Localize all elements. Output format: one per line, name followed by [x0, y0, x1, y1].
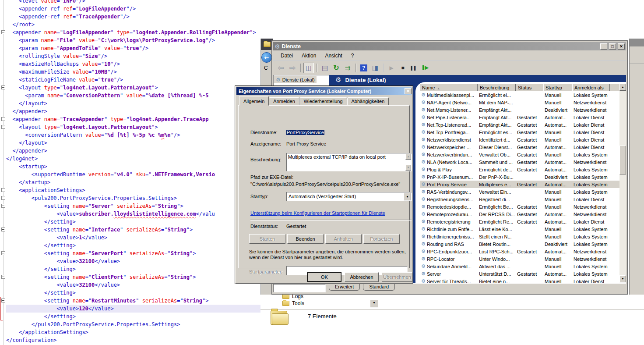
code-line[interactable]: <rollingStyle value="Size"/>	[6, 52, 260, 60]
code-line[interactable]: <maximumFileSize value="10MB"/>	[6, 68, 260, 76]
table-row[interactable]: ⚙Remotedesktopdie...Ermöglicht Be...Gest…	[420, 203, 622, 210]
code-line[interactable]: </setting>	[6, 313, 260, 320]
ok-button[interactable]: OK	[307, 272, 341, 282]
fold-marker-icon[interactable]	[1, 117, 5, 121]
table-row[interactable]: ⚙PnP-X-IP-Busenum...Der PnP-X-Bu...Deakt…	[420, 173, 622, 181]
code-line[interactable]: <appender name="LogFileAppender" type="l…	[6, 28, 260, 36]
dropdown-button[interactable]	[370, 299, 378, 307]
table-row[interactable]: ⚙Net.Msmq-Listener...Empfängt Akt...Deak…	[420, 106, 622, 114]
dienstname-value[interactable]: PortProxyService	[286, 130, 324, 135]
dialog-titlebar[interactable]: Eigenschaften von Port Proxy Service (Lo…	[236, 87, 412, 95]
vertical-scrollbar[interactable]	[619, 84, 626, 282]
code-line[interactable]: <startup>	[6, 163, 260, 171]
services-titlebar[interactable]: ⚙ Dienste	[273, 42, 626, 50]
table-row[interactable]: ⚙Net.Tcp-Portfreiga...Ermöglicht es...Ge…	[420, 128, 622, 136]
table-row[interactable]: ⚙NLA (Network Loca...Sammelt und ...Gest…	[420, 158, 622, 166]
code-line[interactable]: </puls200.PortProxyService.Properties.Se…	[6, 320, 260, 328]
help-button[interactable]: ?	[359, 63, 369, 73]
maximize-button[interactable]	[609, 43, 616, 50]
scroll-up-button[interactable]	[619, 84, 626, 91]
code-area[interactable]: <level value="INFO"/> <appender-ref ref=…	[6, 0, 260, 344]
table-row[interactable]: ⚙Netzwerkverbindun...Verwaltet Ob...Gest…	[420, 151, 622, 158]
code-line[interactable]: </setting>	[6, 265, 260, 273]
code-line[interactable]: <value>32100</value>	[6, 281, 260, 289]
code-line[interactable]: <supportedRuntime version="v4.0" sku=".N…	[6, 171, 260, 178]
code-line[interactable]: <setting name="Server" serializeAs="Stri…	[6, 202, 260, 210]
code-line[interactable]: <setting name="ServerPort" serializeAs="…	[6, 249, 260, 257]
code-line[interactable]: </setting>	[6, 289, 260, 297]
column-header-status[interactable]: Status	[516, 84, 543, 91]
column-header-name[interactable]: Name	[420, 84, 478, 91]
close-button[interactable]	[618, 43, 625, 50]
fold-marker-icon[interactable]	[1, 275, 5, 279]
minimize-button[interactable]	[600, 43, 607, 50]
table-row[interactable]: ⚙RPC-Endpunktzuor...Löst RPC-Sch...Gesta…	[420, 248, 622, 255]
bottom-field[interactable]	[273, 284, 326, 292]
view-tab-erweitert[interactable]: Erweitert	[329, 283, 360, 291]
stop-service-button[interactable]: ■	[398, 63, 408, 73]
code-line[interactable]: </startup>	[6, 178, 260, 186]
list-item[interactable]: Logs	[282, 295, 304, 300]
table-row[interactable]: ⚙Multimediaklassenpl...Ermöglicht ei...M…	[420, 91, 622, 99]
menu-item-ansicht[interactable]: Ansicht	[321, 52, 346, 60]
table-row[interactable]: ⚙Port Proxy ServiceMultiplexes e...Gesta…	[420, 181, 622, 188]
code-line[interactable]: <param name="ConversionPattern" value="%…	[6, 92, 260, 100]
table-row[interactable]: ⚙Sekundäre Anmeld...Aktiviert das ...Man…	[420, 263, 622, 270]
restart-service-button[interactable]: ▶	[420, 63, 431, 73]
column-header-anmeldenals[interactable]: Anmelden als	[572, 84, 610, 91]
show-action-pane-button[interactable]: ◨	[370, 63, 380, 73]
table-row[interactable]: ⚙RPC-LocatorUnter Windo...ManuellNetzwer…	[420, 255, 622, 263]
code-line[interactable]: </root>	[6, 21, 260, 28]
table-row[interactable]: ⚙ServerUnterstützt D...GestartetAutomat.…	[420, 270, 622, 277]
menu-item-[interactable]: ?	[347, 52, 358, 60]
fold-marker-icon[interactable]	[1, 196, 5, 200]
fold-marker-icon[interactable]	[1, 30, 5, 34]
fold-marker-icon[interactable]	[1, 228, 5, 231]
back-button[interactable]: ⇦	[276, 63, 286, 73]
anhalten-button[interactable]: Anhalten	[325, 234, 362, 244]
tab-anmelden[interactable]: Anmelden	[269, 97, 299, 105]
column-header-starttyp[interactable]: Starttyp	[543, 84, 572, 91]
table-row[interactable]: ⚙Plug & PlayErmöglicht de...GestartetAut…	[420, 166, 622, 173]
table-row[interactable]: ⚙Routing und RASBietet Routin...Deaktivi…	[420, 240, 622, 248]
back-button[interactable]	[261, 52, 272, 63]
code-line[interactable]: </setting>	[6, 218, 260, 226]
scrollbar-thumb[interactable]	[619, 146, 626, 174]
refresh-button[interactable]: ↻	[331, 63, 341, 73]
code-line[interactable]: <conversionPattern value="%d [%t] %-5p %…	[6, 131, 260, 139]
dialog-close-button[interactable]	[405, 88, 412, 94]
fortsetzen-button[interactable]: Fortsetzen	[363, 234, 400, 244]
table-row[interactable]: ⚙Richtlinienergebniss...Stellt einen N..…	[420, 233, 622, 240]
table-row[interactable]: ⚙Richtlinie zum Entfe...Lässt eine Ko...…	[420, 225, 622, 233]
table-row[interactable]: ⚙Net.Pipe-Listenera...Empfängt Akt...Ges…	[420, 114, 622, 121]
fold-marker-icon[interactable]	[1, 251, 5, 255]
table-row[interactable]: ⚙Remoteprozedurau...Der RPCSS-Di...Gesta…	[420, 210, 622, 218]
starten-button[interactable]: Starten	[249, 234, 285, 244]
code-line[interactable]: <layout type="log4net.Layout.PatternLayo…	[6, 84, 260, 92]
code-line[interactable]: <setting name="RestartMinutes" serialize…	[6, 297, 260, 305]
code-line[interactable]: <layout type="log4net.Layout.PatternLayo…	[6, 123, 260, 131]
table-row[interactable]: ⚙RemoteregistrierungErmöglicht Re...Gest…	[420, 218, 622, 225]
code-line[interactable]: <setting name="ClientPort" serializeAs="…	[6, 273, 260, 281]
startoptions-help-link[interactable]: Unterstützung beim Konfigurieren der Sta…	[250, 210, 385, 216]
scroll-up-icon[interactable]	[405, 154, 411, 160]
code-line[interactable]: <appender-ref ref="TraceAppender"/>	[6, 13, 260, 21]
menu-item-datei[interactable]: Datei	[277, 52, 297, 60]
table-row[interactable]: ⚙Registrierungsdiens...Registriert di...…	[420, 196, 622, 203]
code-line[interactable]: <appender-ref ref="LogFileAppender"/>	[6, 5, 260, 13]
code-line[interactable]: <level value="INFO"/>	[6, 0, 260, 5]
tree-item-dienste-lokal[interactable]: ⚙ Dienste (Lokal)	[274, 76, 317, 83]
scroll-down-button[interactable]	[619, 275, 626, 282]
code-line[interactable]: <appender name="TraceAppender" type="log…	[6, 115, 260, 123]
code-line[interactable]: </setting>	[6, 242, 260, 249]
code-line[interactable]: </layout>	[6, 100, 260, 107]
column-header-beschreibung[interactable]: Beschreibung	[478, 84, 516, 91]
code-line[interactable]: <applicationSettings>	[6, 186, 260, 194]
code-line[interactable]: <value>32100</value>	[6, 257, 260, 265]
fold-marker-icon[interactable]	[1, 125, 5, 129]
code-line[interactable]: <value>120</value>	[6, 305, 260, 313]
tab-wiederherstellung[interactable]: Wiederherstellung	[299, 97, 347, 105]
properties-button[interactable]: ▤	[320, 63, 330, 73]
start-service-button[interactable]: ▶	[386, 63, 397, 73]
tab-abhngigkeiten[interactable]: Abhängigkeiten	[347, 97, 389, 105]
